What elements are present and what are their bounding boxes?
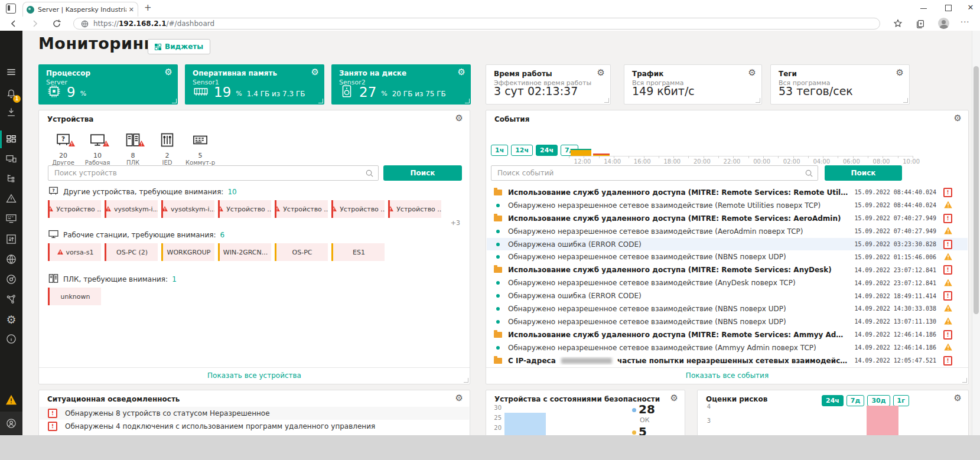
sidebar-item-menu[interactable]	[0, 64, 22, 80]
sidebar-user-icon[interactable]	[0, 416, 22, 431]
sidebar-item-tree[interactable]	[0, 171, 22, 186]
device-chip[interactable]: ES1	[331, 243, 385, 261]
gear-icon[interactable]: ⚙	[954, 114, 962, 123]
device-chip[interactable]: Устройство ...	[218, 200, 271, 218]
gear-icon[interactable]: ⚙	[670, 394, 678, 403]
refresh-icon[interactable]	[51, 18, 62, 29]
event-row[interactable]: С IP-адреса частые попытки неразрешенных…	[487, 354, 968, 367]
collections-icon[interactable]	[914, 18, 926, 29]
event-row[interactable]: Обнаружено неразрешенное сетевое взаимод…	[487, 341, 968, 354]
group-count[interactable]: 1	[172, 275, 177, 283]
event-row[interactable]: Обнаружено неразрешенное сетевое взаимод…	[487, 250, 968, 263]
device-search-button[interactable]: Поиск	[383, 165, 462, 181]
window-minimize-button[interactable]	[914, 0, 932, 15]
risk-bar[interactable]	[867, 406, 898, 435]
device-chip[interactable]: vysotskym-i...	[161, 200, 214, 218]
resize-handle[interactable]	[172, 99, 177, 103]
workspaces-icon[interactable]	[6, 4, 16, 14]
device-chip[interactable]: OS-PC (2)	[105, 243, 158, 261]
sidebar-item-settings[interactable]: ⚙	[0, 312, 22, 327]
event-search-input[interactable]	[491, 165, 818, 181]
gear-icon[interactable]: ⚙	[455, 114, 463, 123]
kpi-card-disk[interactable]: Занято на диске Sensor2 ⚙ 27 % 20 ГБ из …	[331, 64, 471, 105]
window-restore-button[interactable]	[939, 0, 957, 15]
time-filter-1ч[interactable]: 1ч	[491, 145, 508, 156]
device-chip[interactable]: vorsa-s1	[48, 243, 101, 261]
resize-handle[interactable]	[604, 98, 609, 103]
group-count[interactable]: 10	[227, 188, 236, 196]
time-filter-24ч[interactable]: 24ч	[536, 145, 558, 156]
risk-filter-1г[interactable]: 1г	[893, 395, 909, 406]
device-chip[interactable]: Устройство ...	[388, 200, 441, 218]
gear-icon[interactable]: ⚙	[458, 68, 465, 77]
group-count[interactable]: 6	[220, 231, 225, 239]
show-all-devices-link[interactable]: Показать все устройства	[207, 371, 301, 380]
sidebar-item-nodes[interactable]	[0, 292, 22, 307]
event-row[interactable]: Обнаружена ошибка (ERROR CODE)15.09.2022…	[487, 238, 968, 251]
kpi-card-uptime[interactable]: Время работы Эффективное время работы ⚙ …	[486, 64, 611, 105]
resize-handle[interactable]	[756, 98, 760, 103]
window-close-button[interactable]: ✕	[962, 0, 979, 15]
event-row[interactable]: Обнаружено неразрешенное сетевое взаимод…	[487, 225, 968, 238]
tab-close-icon[interactable]: ✕	[129, 6, 134, 14]
event-row[interactable]: Обнаружено неразрешенное сетевое взаимод…	[487, 276, 968, 289]
device-chip[interactable]: vysotskym-i...	[105, 200, 158, 218]
device-search-input[interactable]	[48, 165, 379, 181]
kpi-card-tags[interactable]: Теги Вся программа ⚙ 53 тегов/сек	[770, 64, 910, 105]
sidebar-item-tags[interactable]	[0, 231, 22, 247]
resize-handle[interactable]	[903, 98, 908, 103]
page-scrollbar[interactable]	[972, 31, 980, 435]
sidebar-item-devices[interactable]	[0, 151, 22, 167]
gear-icon[interactable]: ⚙	[311, 68, 319, 77]
device-chip[interactable]: unknown	[48, 288, 101, 305]
profile-avatar[interactable]	[938, 18, 949, 29]
resize-handle[interactable]	[464, 378, 468, 383]
sidebar-item-info[interactable]	[0, 331, 22, 347]
favorites-star-icon[interactable]	[892, 18, 904, 29]
gear-icon[interactable]: ⚙	[896, 68, 904, 77]
sidebar-item-gauge[interactable]	[0, 272, 22, 287]
device-chip[interactable]: WORKGROUP	[161, 243, 214, 261]
situational-row[interactable]: !Обнаружены 4 подключения с использовани…	[40, 420, 469, 433]
widgets-button[interactable]: Виджеты	[148, 39, 210, 54]
event-row[interactable]: Использование служб удаленного доступа (…	[487, 186, 968, 199]
event-row[interactable]: Обнаружено неразрешенное сетевое взаимод…	[487, 302, 968, 315]
situational-row[interactable]: !Обнаружены 8 устройств со статусом Нера…	[40, 407, 469, 420]
browser-tab[interactable]: Server | Kaspersky Industrial Cyb... ✕	[22, 2, 138, 17]
device-type[interactable]: 8ПЛК	[116, 132, 150, 166]
gear-icon[interactable]: ⚙	[597, 68, 605, 77]
device-chip[interactable]: Устройство ...	[48, 200, 101, 218]
kpi-card-traffic[interactable]: Трафик Вся программа ⚙ 149 кбит/с	[624, 64, 762, 105]
sidebar-item-download[interactable]	[0, 105, 22, 120]
resize-handle[interactable]	[962, 378, 967, 383]
resize-handle[interactable]	[318, 99, 323, 103]
more-chips-label[interactable]: +3	[451, 219, 460, 227]
risk-filter-24ч[interactable]: 24ч	[822, 395, 844, 406]
sidebar-item-risk-triangle[interactable]	[0, 191, 22, 206]
event-row[interactable]: Обнаружено неразрешенное сетевое взаимод…	[487, 199, 968, 212]
event-row[interactable]: Обнаружено неразрешенное сетевое взаимод…	[487, 315, 968, 328]
scrollbar-thumb[interactable]	[974, 66, 979, 314]
device-chip[interactable]: WIN-2GRCN...	[218, 243, 271, 261]
event-row[interactable]: Использование служб удаленного доступа (…	[487, 328, 968, 341]
resize-handle[interactable]	[465, 99, 470, 103]
gear-icon[interactable]: ⚙	[748, 68, 756, 77]
gear-icon[interactable]: ⚙	[455, 394, 463, 403]
kpi-card-memory[interactable]: Оперативная память Sensor1 ⚙ 19 % 1.4 ГБ…	[185, 64, 324, 105]
back-icon[interactable]	[8, 18, 19, 29]
new-tab-button[interactable]: +	[144, 2, 152, 13]
show-all-events-link[interactable]: Показать все события	[686, 371, 769, 380]
device-type[interactable]: ?20Другое	[46, 132, 80, 166]
sidebar-item-globe[interactable]	[0, 252, 22, 267]
event-row[interactable]: Использование служб удаленного доступа (…	[487, 263, 968, 276]
forward-icon[interactable]	[30, 18, 40, 29]
event-search-button[interactable]: Поиск	[825, 165, 902, 181]
device-chip[interactable]: OS-PC	[275, 243, 328, 261]
gear-icon[interactable]: ⚙	[954, 394, 962, 403]
risk-filter-7д[interactable]: 7д	[846, 395, 865, 406]
browser-menu-icon[interactable]: ···	[961, 18, 969, 27]
gear-icon[interactable]: ⚙	[165, 68, 172, 77]
time-filter-12ч[interactable]: 12ч	[511, 145, 533, 156]
device-chip[interactable]: Устройство ...	[331, 200, 385, 218]
sidebar-item-dashboard[interactable]	[0, 132, 22, 147]
